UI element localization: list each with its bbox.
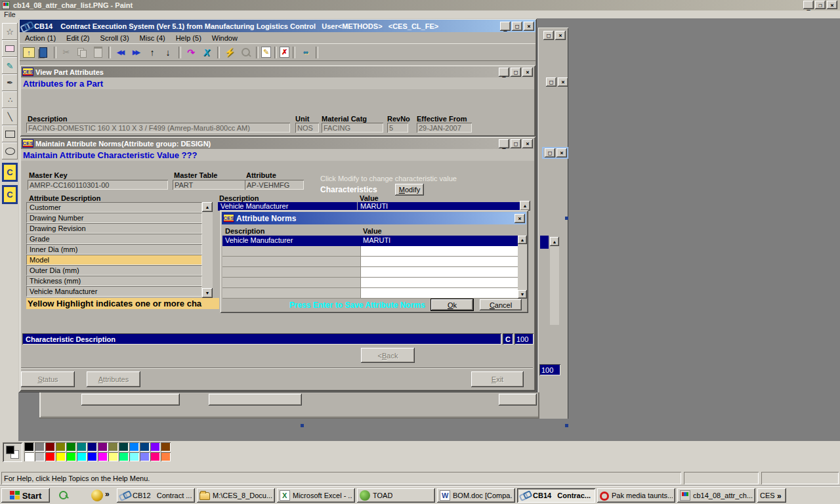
menu-item[interactable]: Action (1) <box>20 33 61 43</box>
palette-swatch[interactable] <box>66 452 76 461</box>
close-button[interactable]: × <box>827 1 837 9</box>
zoom-icon[interactable] <box>238 46 253 59</box>
cancel-button[interactable]: Cancel <box>480 299 522 310</box>
taskbar-button[interactable]: CB12 Contract ... <box>117 488 195 503</box>
flash-icon[interactable] <box>222 46 237 59</box>
palette-swatch[interactable] <box>77 442 87 452</box>
menu-item[interactable]: Help (5) <box>171 33 207 43</box>
close-button[interactable]: × <box>524 22 534 31</box>
norms-row-description[interactable]: Vehicle Manufacturer <box>222 236 360 246</box>
eraser-icon[interactable] <box>2 40 18 57</box>
palette-swatch[interactable] <box>87 442 97 452</box>
close-button[interactable]: × <box>555 31 566 40</box>
norms-row-value[interactable]: MARUTI <box>360 236 518 246</box>
norms-scrollbar[interactable]: ▲ ▼ <box>518 236 527 299</box>
attribute-list-item[interactable]: Outer Dia (mm) <box>26 265 202 276</box>
palette-swatch[interactable] <box>24 442 34 452</box>
palette-swatch[interactable] <box>161 452 171 461</box>
palette-swatch[interactable] <box>77 452 87 461</box>
maximize-button[interactable]: □ <box>546 77 556 87</box>
maximize-button[interactable]: □ <box>511 139 521 148</box>
palette-swatch[interactable] <box>66 442 76 452</box>
scroll-down-button[interactable]: ▼ <box>518 290 527 299</box>
taskbar-button[interactable]: M:\CES_8_Docu... <box>197 488 275 503</box>
background-scrollbar[interactable] <box>550 246 559 325</box>
modify-button[interactable]: Modify <box>395 184 424 196</box>
palette-swatch[interactable] <box>129 442 139 452</box>
resize-handle[interactable] <box>565 424 568 427</box>
resize-handle[interactable] <box>565 217 568 220</box>
attribute-list-item[interactable]: Inner Dia (mm) <box>26 244 202 255</box>
attribute-list-item[interactable]: Grade <box>26 234 202 244</box>
redo-icon[interactable] <box>184 46 198 59</box>
minimize-button[interactable]: _ <box>499 139 509 148</box>
grid-scroll-up-button[interactable]: ▲ <box>520 201 530 211</box>
brush-icon[interactable] <box>2 74 18 91</box>
attribute-list-item[interactable]: Drawing Revision <box>26 223 202 234</box>
paint-canvas[interactable]: CB14 Contract Execution System (Ver 5.1)… <box>18 18 840 441</box>
taskbar-button[interactable]: TOAD <box>357 488 435 503</box>
freeform-select-icon[interactable] <box>2 23 18 40</box>
minimize-button[interactable]: _ <box>500 22 511 31</box>
menu-item[interactable]: Scroll (3) <box>95 33 135 43</box>
status-button[interactable]: Status <box>21 371 75 387</box>
quick-launch-overflow-chevron[interactable]: » <box>105 490 110 499</box>
minimize-button[interactable]: _ <box>803 1 814 9</box>
exit-button[interactable]: Exit <box>471 371 524 387</box>
palette-swatch[interactable] <box>108 452 118 461</box>
next-icon[interactable] <box>129 46 144 59</box>
palette-swatch[interactable] <box>45 452 55 461</box>
taskbar-button[interactable]: CB14 Contrac... <box>517 488 595 503</box>
menu-file[interactable]: File <box>4 10 16 18</box>
palette-swatch[interactable] <box>119 442 129 452</box>
palette-swatch[interactable] <box>56 442 66 452</box>
restore-button[interactable]: ❐ <box>815 1 826 9</box>
back-button[interactable]: <Back <box>361 348 415 363</box>
quick-launch-ball-icon[interactable] <box>91 490 103 501</box>
close-button[interactable]: × <box>558 77 568 87</box>
palette-swatch[interactable] <box>140 452 150 461</box>
paste-icon[interactable] <box>91 46 105 59</box>
delete-note-icon[interactable] <box>280 47 289 58</box>
prev-icon[interactable] <box>114 46 128 59</box>
palette-swatch[interactable] <box>129 452 139 461</box>
maximize-button[interactable]: □ <box>511 68 521 77</box>
ces-mini-icon[interactable]: C <box>2 163 18 182</box>
palette-swatch[interactable] <box>87 452 97 461</box>
ok-button[interactable]: Ok <box>431 299 473 310</box>
palette-swatch[interactable] <box>98 452 108 461</box>
quick-launch-key-icon[interactable] <box>58 490 70 501</box>
ces-mini-icon[interactable]: C <box>2 185 18 204</box>
attribute-list-item[interactable]: Customer <box>26 202 202 213</box>
palette-swatch[interactable] <box>45 442 55 452</box>
palette-swatch[interactable] <box>98 442 108 452</box>
export-icon[interactable] <box>200 46 214 59</box>
menu-item[interactable]: Edit (2) <box>61 33 94 43</box>
palette-swatch[interactable] <box>24 452 34 461</box>
pencil-icon[interactable] <box>2 57 18 74</box>
palette-swatch[interactable] <box>161 442 171 452</box>
taskbar-button[interactable]: cb14_08_attr_ch... <box>677 488 755 503</box>
taskbar-button[interactable]: Pak media taunts... <box>597 488 675 503</box>
palette-swatch[interactable] <box>119 452 129 461</box>
cut-icon[interactable] <box>59 46 74 59</box>
palette-swatch[interactable] <box>56 452 66 461</box>
attribute-list-item[interactable]: Thickness (mm) <box>26 276 202 286</box>
attribute-list-item[interactable]: Vehicle Manufacturer <box>26 286 202 297</box>
find-icon[interactable] <box>298 46 312 59</box>
menu-item[interactable]: Misc (4) <box>135 33 171 43</box>
maximize-button[interactable]: □ <box>543 31 554 40</box>
palette-swatch[interactable] <box>150 452 160 461</box>
scroll-down-button[interactable]: ▼ <box>202 288 213 298</box>
attribute-list-item[interactable]: Drawing Number <box>26 213 202 223</box>
maximize-button[interactable]: □ <box>512 22 522 31</box>
down-icon[interactable] <box>161 46 175 59</box>
up-icon[interactable] <box>145 46 159 59</box>
copy-icon[interactable] <box>75 46 89 59</box>
close-button[interactable]: × <box>522 139 533 148</box>
maximize-button[interactable]: □ <box>545 148 555 158</box>
ellipse-icon[interactable] <box>2 142 18 159</box>
exit-door-icon[interactable] <box>36 46 51 59</box>
palette-swatch[interactable] <box>150 442 160 452</box>
rectangle-icon[interactable] <box>2 125 18 142</box>
